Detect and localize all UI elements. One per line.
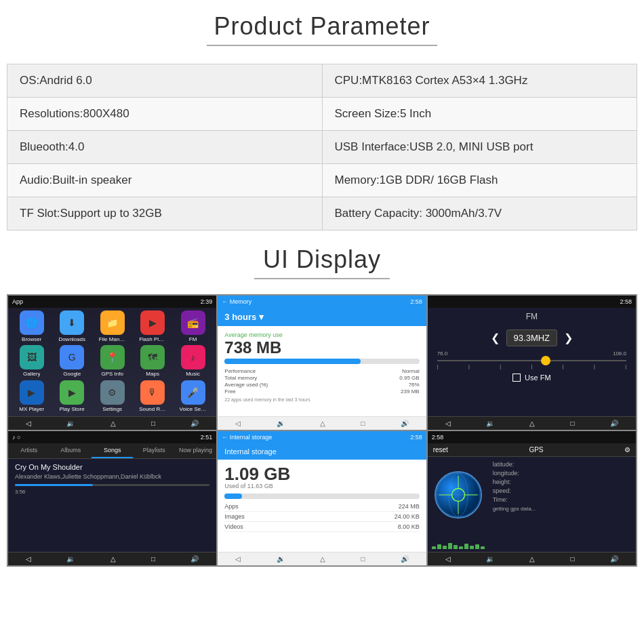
param-battery: Battery Capacity: 3000mAh/3.7V [322, 197, 637, 230]
nav-vol-up-icon[interactable]: 🔊 [610, 420, 618, 427]
music-song-title: Cry On My Shoulder [15, 463, 209, 471]
nav-recent-icon[interactable]: □ [571, 420, 575, 427]
music-time: 2:51 [201, 434, 213, 441]
nav-vol-icon[interactable]: 🔉 [277, 420, 285, 427]
nav-vol-down-icon[interactable]: 🔉 [66, 420, 75, 427]
nav-recent-icon[interactable]: □ [151, 555, 155, 563]
fm-next-button[interactable]: ❯ [564, 331, 573, 344]
ui-title-divider [254, 278, 390, 279]
mem-status-bar: ← Memory 2:58 [218, 296, 426, 308]
page-title: Product Parameter [0, 12, 644, 41]
tab-now-playing[interactable]: Now playing [175, 443, 216, 458]
nav-home-icon[interactable]: △ [320, 420, 325, 427]
list-item[interactable]: ♪ Music [174, 345, 212, 378]
fm-use-fm-container: Use FM [428, 374, 636, 382]
music-time-display: 3:56 [15, 489, 209, 495]
tab-playlists[interactable]: Playlists [133, 443, 174, 458]
tab-artists[interactable]: Artists [8, 443, 49, 458]
param-table: OS:Andrid 6.0 CPU:MTK8163 Cortex A53×4 1… [7, 64, 637, 230]
gps-bar [475, 544, 479, 549]
table-row: Audio:Built-in speaker Memory:1GB DDR/ 1… [7, 164, 637, 197]
list-item[interactable]: ▶ Play Store [52, 380, 91, 414]
nav-vol-icon[interactable]: 🔉 [486, 420, 494, 427]
title-divider [207, 45, 437, 46]
param-screen-size: Screen Size:5 Inch [322, 98, 637, 131]
nav-vol-icon[interactable]: 🔉 [277, 555, 285, 563]
gps-settings-icon[interactable]: ⚙ [624, 446, 630, 454]
list-item[interactable]: ▶ Flash Player S... [133, 310, 172, 344]
nav-vol-icon[interactable]: 🔉 [486, 555, 494, 563]
nav-vol-up-icon[interactable]: 🔊 [401, 555, 409, 563]
mem-period: 3 hours ▾ [224, 312, 419, 322]
list-item[interactable]: 📍 GPS Info [93, 345, 132, 378]
fm-prev-button[interactable]: ❮ [491, 331, 500, 344]
param-usb: USB Interface:USB 2.0, MINI USB port [322, 131, 637, 164]
nav-recent-icon[interactable]: □ [361, 420, 365, 427]
param-memory: Memory:1GB DDR/ 16GB Flash [322, 164, 637, 197]
gps-body: latitude: longitude: height: speed: Time… [428, 457, 636, 532]
list-item[interactable]: 🎙 Sound Recorder [133, 380, 172, 414]
browser-icon: 🌐 [20, 310, 44, 335]
gps-header: reset GPS ⚙ [428, 443, 636, 457]
voice-search-icon: 🎤 [181, 380, 205, 405]
stor-stats: Apps 224 MB Images 24.00 KB Videos 8.00 … [224, 503, 419, 532]
nav-home-icon[interactable]: △ [320, 555, 325, 563]
nav-home-icon[interactable]: △ [529, 420, 535, 427]
stor-status-bar: ← Internal storage 2:58 [218, 431, 426, 443]
gps-bar [432, 546, 436, 549]
list-item[interactable]: 📁 File Manager [93, 310, 132, 344]
tab-songs[interactable]: Songs [92, 443, 133, 458]
list-item[interactable]: 🎤 Voice Search [174, 380, 212, 414]
list-item[interactable]: ⬇ Downloads [52, 310, 91, 344]
param-cpu: CPU:MTK8163 Cortex A53×4 1.3GHz [322, 64, 637, 98]
maps-icon: 🗺 [140, 345, 165, 369]
nav-vol-up-icon[interactable]: 🔊 [190, 555, 199, 563]
stor-header: Internal storage [218, 443, 426, 460]
nav-back-icon[interactable]: ◁ [235, 420, 241, 427]
list-item[interactable]: G Google [52, 345, 91, 378]
stor-videos-label: Videos [224, 523, 243, 530]
screenshot-gps: 2:58 reset GPS ⚙ [427, 430, 637, 566]
nav-recent-icon[interactable]: □ [571, 555, 575, 563]
list-item[interactable]: 🗺 Maps [133, 345, 172, 378]
fm-nav-bar: ◁ 🔉 △ □ 🔊 [428, 416, 636, 430]
nav-back-icon[interactable]: ◁ [26, 555, 31, 563]
nav-back-icon[interactable]: ◁ [26, 420, 31, 427]
nav-recent-icon[interactable]: □ [151, 420, 155, 427]
nav-vol-up-icon[interactable]: 🔊 [401, 420, 409, 427]
nav-back-icon[interactable]: ◁ [445, 555, 451, 563]
mem-body: Average memory use 738 MB Performance No… [218, 326, 426, 416]
list-item[interactable]: 🖼 Gallery [12, 345, 51, 378]
gps-bar [443, 546, 447, 549]
gps-time-label: Time: [493, 496, 534, 503]
gps-bar [448, 543, 452, 549]
fm-checkbox[interactable] [512, 374, 521, 382]
list-item[interactable]: 🌐 Browser [12, 310, 51, 344]
gps-speed-label: speed: [493, 487, 534, 494]
nav-home-icon[interactable]: △ [110, 555, 116, 563]
app-nav-bar: ◁ 🔉 △ □ 🔊 [8, 416, 216, 430]
nav-home-icon[interactable]: △ [529, 555, 535, 563]
nav-vol-icon[interactable]: 🔉 [66, 555, 75, 563]
ui-display-title: UI Display [0, 245, 644, 274]
tab-albums[interactable]: Albums [49, 443, 91, 458]
music-elapsed: 3:56 [15, 489, 26, 495]
globe-visual [435, 471, 482, 519]
nav-vol-up-icon[interactable]: 🔊 [610, 555, 618, 563]
flash-icon: ▶ [140, 310, 165, 335]
gps-reset-button[interactable]: reset [433, 446, 448, 454]
stor-bar-fill [224, 494, 242, 499]
mem-header: 3 hours ▾ [218, 308, 426, 326]
stor-images-value: 24.00 KB [395, 513, 420, 520]
list-item[interactable]: ⚙ Settings [93, 380, 132, 414]
list-item[interactable]: 📻 FM [174, 310, 212, 344]
table-row: Resolutions:800X480 Screen Size:5 Inch [7, 98, 637, 131]
nav-home-icon[interactable]: △ [110, 420, 116, 427]
nav-back-icon[interactable]: ◁ [445, 420, 451, 427]
gps-height-label: height: [493, 479, 534, 485]
nav-vol-up-icon[interactable]: 🔊 [190, 420, 199, 427]
mem-value: 738 MB [224, 340, 419, 356]
nav-back-icon[interactable]: ◁ [235, 555, 241, 563]
nav-recent-icon[interactable]: □ [361, 555, 365, 563]
list-item[interactable]: ▶ MX Player [12, 380, 51, 414]
